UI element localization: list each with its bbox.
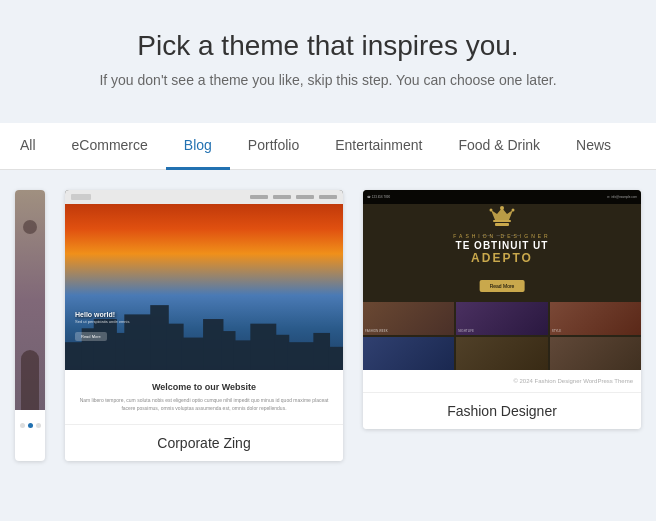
corp-content-area: Welcome to our Website Nam libero tempor… [65, 370, 343, 424]
fashion-cta-area: Read More [480, 280, 525, 292]
fashion-hero-text: ── ── ── TE OBTINUIT UT ADEPTO [363, 232, 641, 265]
tab-all[interactable]: All [10, 123, 54, 170]
fashion-preview: ☎ 123 456 7890 ✉ info@example.com [363, 190, 641, 370]
fashion-grid-item-4 [363, 337, 454, 370]
corp-nav-links [250, 195, 337, 199]
fashion-grid-item-5 [456, 337, 547, 370]
fashion-grid-item-2: NIGHTLIFE [456, 302, 547, 335]
corp-read-more: Read More [75, 332, 107, 341]
fashion-grid-item-6 [550, 337, 641, 370]
fashion-logo-icon [487, 206, 517, 228]
page-title: Pick a theme that inspires you. [99, 30, 556, 62]
corp-nav [65, 190, 343, 204]
svg-rect-14 [313, 333, 330, 370]
page-wrapper: Pick a theme that inspires you. If you d… [0, 0, 656, 521]
svg-point-18 [490, 209, 493, 212]
corporate-zing-label: Corporate Zing [65, 424, 343, 461]
corp-content-text: Nam libero tempore, cum soluta nobis est… [77, 397, 331, 412]
theme-card-fashion-designer[interactable]: ☎ 123 456 7890 ✉ info@example.com [363, 190, 641, 429]
svg-rect-9 [222, 331, 236, 370]
svg-rect-6 [167, 324, 184, 370]
header-section: Pick a theme that inspires you. If you d… [79, 0, 576, 108]
fashion-nav: ☎ 123 456 7890 ✉ info@example.com [363, 190, 641, 204]
corp-hero-title: Hello world! [75, 311, 129, 318]
svg-point-17 [500, 206, 504, 210]
svg-rect-7 [182, 338, 205, 370]
fashion-image-grid: FASHION WEEK NIGHTLIFE STYLE [363, 302, 641, 370]
page-subtitle: If you don't see a theme you like, skip … [99, 72, 556, 88]
svg-rect-12 [274, 335, 289, 370]
svg-rect-20 [493, 220, 511, 222]
corp-hero-sub: Sed ut perspiciatis unde omnis [75, 319, 129, 324]
tab-news[interactable]: News [558, 123, 629, 170]
tab-entertainment[interactable]: Entertainment [317, 123, 440, 170]
themes-section: Hello world! Sed ut perspiciatis unde om… [0, 170, 656, 481]
svg-rect-11 [250, 324, 276, 370]
svg-point-19 [512, 209, 515, 212]
tab-blog[interactable]: Blog [166, 123, 230, 170]
svg-rect-15 [328, 347, 343, 370]
fashion-designer-label: Fashion Designer [363, 392, 641, 429]
corp-content-title: Welcome to our Website [77, 382, 331, 392]
corp-logo [71, 194, 91, 200]
fashion-grid-item-3: STYLE [550, 302, 641, 335]
svg-rect-21 [495, 223, 509, 226]
fashion-content-area: © 2024 Fashion Designer WordPress Theme [363, 370, 641, 392]
svg-rect-8 [203, 319, 223, 370]
svg-rect-13 [287, 342, 315, 370]
tab-food-drink[interactable]: Food & Drink [440, 123, 558, 170]
svg-rect-10 [234, 340, 253, 370]
tab-ecommerce[interactable]: eCommerce [54, 123, 166, 170]
tabs-bar: All eCommerce Blog Portfolio Entertainme… [0, 123, 656, 170]
svg-rect-5 [150, 305, 169, 370]
tab-portfolio[interactable]: Portfolio [230, 123, 317, 170]
fashion-cta-btn: Read More [480, 280, 525, 292]
fashion-grid-item-1: FASHION WEEK [363, 302, 454, 335]
theme-card-partial[interactable] [15, 190, 45, 461]
fashion-footer-text: © 2024 Fashion Designer WordPress Theme [371, 378, 633, 384]
svg-rect-0 [65, 342, 84, 370]
theme-card-corporate-zing[interactable]: Hello world! Sed ut perspiciatis unde om… [65, 190, 343, 461]
